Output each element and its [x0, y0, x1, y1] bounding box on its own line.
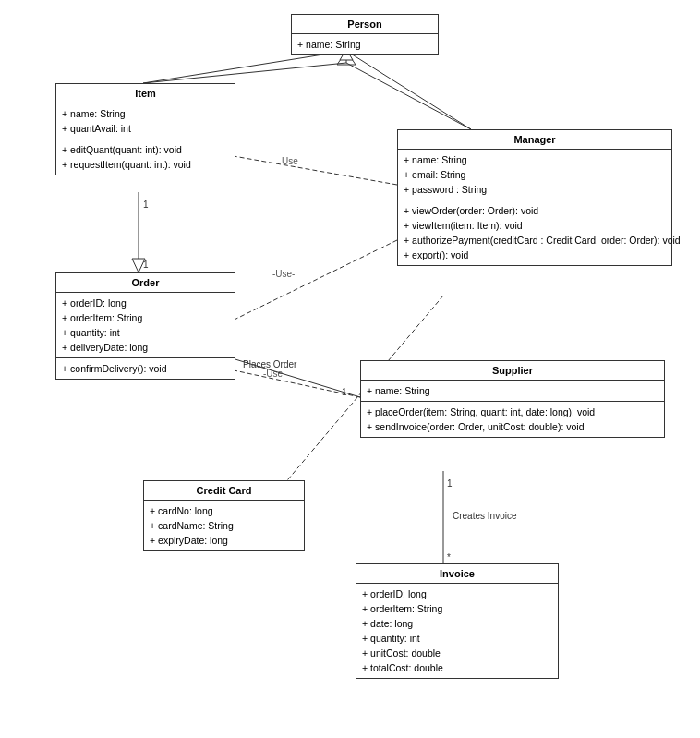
- manager-method-2: + viewItem(item: Item): void: [404, 218, 666, 233]
- item-attr-2: + quantAvail: int: [62, 121, 229, 136]
- class-creditcard-title: Credit Card: [144, 481, 304, 501]
- class-item-attrs: + name: String + quantAvail: int: [56, 103, 235, 139]
- manager-attr-3: + password : String: [404, 182, 666, 197]
- mult-item-order-1: 1: [143, 200, 149, 210]
- class-person: Person + name: String: [291, 14, 439, 55]
- order-method-1: + confirmDelivery(): void: [62, 361, 229, 376]
- invoice-attr-3: + date: long: [362, 616, 552, 631]
- class-person-title: Person: [292, 15, 438, 34]
- mult-supplier-inv-1: 1: [447, 478, 453, 489]
- class-person-body: + name: String: [292, 34, 438, 54]
- manager-attr-2: + email: String: [404, 167, 666, 182]
- invoice-attr-4: + quantity: int: [362, 631, 552, 646]
- item-method-1: + editQuant(quant: int): void: [62, 142, 229, 157]
- cc-attr-2: + cardName: String: [150, 518, 298, 533]
- supplier-attr-1: + name: String: [367, 383, 658, 398]
- class-order: Order + orderID: long + orderItem: Strin…: [55, 272, 235, 380]
- invoice-attr-2: + orderItem: String: [362, 601, 552, 616]
- use1-label: Use: [282, 156, 298, 166]
- use3-label: -Use: [263, 369, 284, 379]
- svg-marker-10: [132, 259, 145, 272]
- use2-label: -Use-: [272, 269, 295, 279]
- class-manager-title: Manager: [398, 130, 671, 150]
- svg-line-3: [212, 152, 397, 185]
- class-supplier-methods: + placeOrder(item: String, quant: int, d…: [361, 401, 664, 437]
- cc-attr-3: + expiryDate: long: [150, 533, 298, 548]
- order-attr-3: + quantity: int: [62, 325, 229, 340]
- class-creditcard-attrs: + cardNo: long + cardName: String + expi…: [144, 501, 304, 550]
- class-manager-methods: + viewOrder(order: Order): void + viewIt…: [398, 200, 671, 265]
- item-attr-1: + name: String: [62, 106, 229, 121]
- class-item-title: Item: [56, 84, 235, 103]
- manager-attr-1: + name: String: [404, 152, 666, 167]
- mult-supplier-1: 1: [342, 387, 347, 397]
- item-method-2: + requestItem(quant: int): void: [62, 157, 229, 172]
- uml-diagram: Use -Use- -Use 1 1 Places Order * 1 Crea…: [0, 0, 700, 738]
- places-order-label: Places Order: [243, 359, 297, 369]
- mult-item-order-2: 1: [143, 260, 149, 270]
- svg-line-15: [143, 63, 346, 83]
- svg-line-0: [346, 51, 471, 129]
- class-creditcard: Credit Card + cardNo: long + cardName: S…: [143, 480, 305, 551]
- invoice-attr-1: + orderID: long: [362, 587, 552, 601]
- order-attr-4: + deliveryDate: long: [62, 340, 229, 355]
- manager-method-3: + authorizePayment(creditCard : Credit C…: [404, 233, 666, 248]
- supplier-method-2: + sendInvoice(order: Order, unitCost: do…: [367, 419, 658, 434]
- class-manager-attrs: + name: String + email: String + passwor…: [398, 150, 671, 200]
- manager-method-4: + export(): void: [404, 248, 666, 262]
- order-attr-1: + orderID: long: [62, 296, 229, 310]
- svg-line-2: [143, 51, 346, 83]
- manager-method-1: + viewOrder(order: Order): void: [404, 203, 666, 218]
- svg-line-16: [346, 63, 471, 129]
- class-supplier-title: Supplier: [361, 361, 664, 381]
- class-order-methods: + confirmDelivery(): void: [56, 357, 235, 379]
- class-item: Item + name: String + quantAvail: int + …: [55, 83, 235, 175]
- order-attr-2: + orderItem: String: [62, 310, 229, 325]
- class-manager: Manager + name: String + email: String +…: [397, 129, 672, 266]
- class-supplier: Supplier + name: String + placeOrder(ite…: [360, 360, 665, 438]
- invoice-attr-5: + unitCost: double: [362, 646, 552, 660]
- class-invoice: Invoice + orderID: long + orderItem: Str…: [356, 563, 559, 679]
- svg-line-5: [208, 240, 397, 333]
- creates-invoice-label: Creates Invoice: [453, 511, 517, 521]
- person-attr-1: + name: String: [297, 37, 432, 52]
- class-invoice-attrs: + orderID: long + orderItem: String + da…: [356, 584, 558, 678]
- cc-attr-1: + cardNo: long: [150, 503, 298, 518]
- mult-invoice-star: *: [447, 552, 451, 563]
- class-item-methods: + editQuant(quant: int): void + requestI…: [56, 139, 235, 175]
- supplier-method-1: + placeOrder(item: String, quant: int, d…: [367, 405, 658, 419]
- class-order-attrs: + orderID: long + orderItem: String + qu…: [56, 293, 235, 357]
- class-supplier-attrs: + name: String: [361, 381, 664, 401]
- invoice-attr-6: + totalCost: double: [362, 660, 552, 675]
- class-order-title: Order: [56, 273, 235, 293]
- class-invoice-title: Invoice: [356, 564, 558, 584]
